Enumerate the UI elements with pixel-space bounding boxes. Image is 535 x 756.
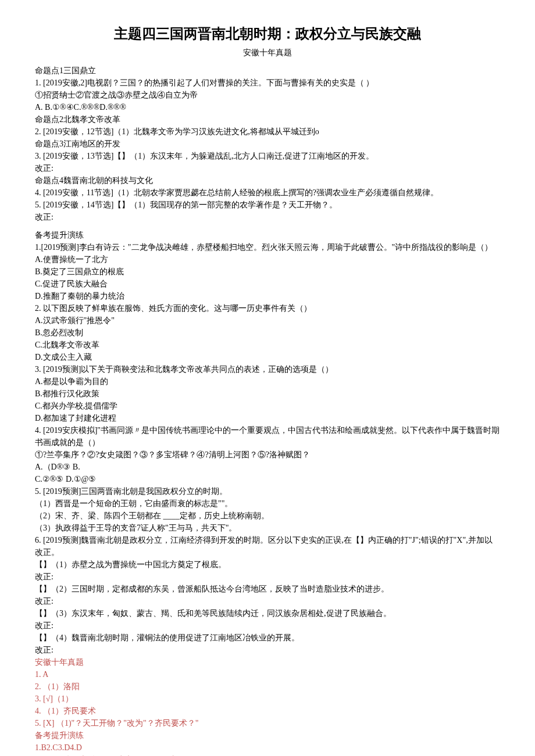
answer-5: 5. [X] （1)"？天工开物？"改为"？齐民要术？": [35, 717, 500, 729]
answer-1: 1. A: [35, 668, 500, 680]
p-question-5-line2: （1）西晋是一个短命的王朝，它由盛而衰的标志是""。: [35, 497, 500, 510]
page-title: 主题四三国两晋南北朝时期：政权分立与民族交融: [35, 23, 500, 44]
page-subtitle: 安徽十年真题: [35, 46, 500, 59]
question-3: 3. [2019安徽，13节选]【】（1）东汉末年，为躲避战乱,北方人口南迁,促…: [35, 150, 500, 162]
p-question-5-line4: （3）执政得益于王导的支音7证人称"王与马，共天下"。: [35, 522, 500, 534]
question-4: 4. [2019安徽，11节选]（1）北朝农学家贾思勰在总结前人经验的根底上撰写…: [35, 187, 500, 199]
question-1-line2: ①招贤纳士②官渡之战③赤壁之战④自立为帝: [35, 89, 500, 101]
cmd-point-4: 命题点4魏晋南北朝的科技与文化: [35, 174, 500, 187]
p-question-3-a: A.都是以争霸为目的: [35, 375, 500, 388]
p-question-4-line4: C.②®⑤ D.①@⑤: [35, 473, 500, 485]
p-question-6-c: 【】（3）东汉末年，匈奴、蒙古、羯、氐和羌等民族陆续内迁，同汉族杂居相处,促进了…: [35, 607, 500, 619]
answer-header-1: 安徽十年真题: [35, 656, 500, 668]
question-3-fix: 改正:: [35, 162, 500, 174]
p-question-1-d: D.推翻了秦朝的暴力统治: [35, 290, 500, 302]
p-question-2-d: D.文成公主入藏: [35, 351, 500, 363]
p-question-6-c-fix: 改正:: [35, 619, 500, 632]
cmd-point-2: 命题点2北魏孝文帝改革: [35, 113, 500, 126]
answer-2: 2. （1）洛阳: [35, 680, 500, 693]
p-question-1-b: B.奠定了三国鼎立的根底: [35, 266, 500, 278]
p-question-6-a: 【】（1）赤壁之战为曹操统一中国北方奠定了根底。: [35, 558, 500, 571]
p-question-6-d: 【】（4）魏晋南北朝时期，灌铜法的使用促进了江南地区冶铁业的开展。: [35, 632, 500, 644]
answer-b1: 1.B2.C3.D4.D: [35, 741, 500, 754]
cmd-point-1: 命题点1三国鼎立: [35, 65, 500, 77]
p-question-6-b: 【】（2）三国时期，定都成都的东吴，曾派船队抵达今台湾地区，反映了当时造脂业技术…: [35, 583, 500, 595]
p-question-3-c: C.都兴办学校,提倡儒学: [35, 400, 500, 412]
p-question-2-line1: 2. 以下图反映了鲜卑族在服饰、姓氏方面的变化。这与哪一历史事件有关（）: [35, 302, 500, 314]
p-question-6-line1: 6. [2019预测]魏晋南北朝是政权分立，江南经济得到开发的时期。区分以下史实…: [35, 534, 500, 558]
p-question-1-c: C.促进了民族大融合: [35, 278, 500, 290]
p-question-2-a: A.汉武帝颁行"推恩令": [35, 314, 500, 327]
p-question-5-line1: 5. [2019预测]三国两晋南北朝是我国政权分立的时期。: [35, 485, 500, 497]
p-question-3-line1: 3. [2019预测]以下关于商鞅变法和北魏孝文帝改革共同点的表述，正确的选项是…: [35, 363, 500, 375]
answer-b5: 5 .（1）八王之乱（2）建康（3）司马睿: [35, 754, 500, 756]
p-question-4-line3: A.（D®③ B.: [35, 461, 500, 473]
p-question-1-line1: 1.[2019预测]李白有诗云："二龙争战决雌雄，赤壁楼船扫地空。烈火张天照云海…: [35, 241, 500, 253]
p-question-5-line3: （2）宋、齐、梁、陈四个王朝都在 ____定都，历史上统称南朝。: [35, 510, 500, 522]
question-2: 2. [2019安徽，12节选]（1）北魏孝文帝为学习汉族先进文化,将都城从平城…: [35, 126, 500, 138]
answer-header-2: 备考提升演练: [35, 729, 500, 741]
p-question-2-c: C.北魏孝文帝改革: [35, 339, 500, 351]
answer-3: 3. [√]（1）: [35, 693, 500, 705]
cmd-point-3: 命题点3江南地区的开发: [35, 138, 500, 150]
practice-header: 备考提升演练: [35, 229, 500, 241]
p-question-3-b: B.都推行汉化政策: [35, 388, 500, 400]
question-5: 5. [2019安徽，14节选]【】（1）我国现存的第一部完整的农学著作是？天工…: [35, 199, 500, 211]
p-question-6-a-fix: 改正:: [35, 571, 500, 583]
p-question-4-line2: ①?兰亭集序？②?女史箴图？③？多宝塔碑？④?清明上河图？⑤?洛神赋图？: [35, 449, 500, 461]
p-question-6-d-fix: 改正:: [35, 644, 500, 656]
question-1-line3: A. B.①®④C.®®®D.®®®: [35, 101, 500, 113]
p-question-2-b: B.忽必烈改制: [35, 327, 500, 339]
p-question-4-line1: 4. [2019安庆模拟]"书画同源〃是中国传统书画理论中的一个重要观点，中国古…: [35, 424, 500, 449]
answer-4: 4. （1）齐民要术: [35, 705, 500, 717]
question-5-fix: 改正:: [35, 211, 500, 223]
p-question-1-a: A.使曹操统一了北方: [35, 253, 500, 266]
p-question-6-b-fix: 改正:: [35, 595, 500, 607]
p-question-3-d: D.都加速了封建化进程: [35, 412, 500, 424]
question-1-line1: 1. [2019安徽,2]电视剧？三国？的热播引起了人们对曹操的关注。下面与曹操…: [35, 77, 500, 89]
